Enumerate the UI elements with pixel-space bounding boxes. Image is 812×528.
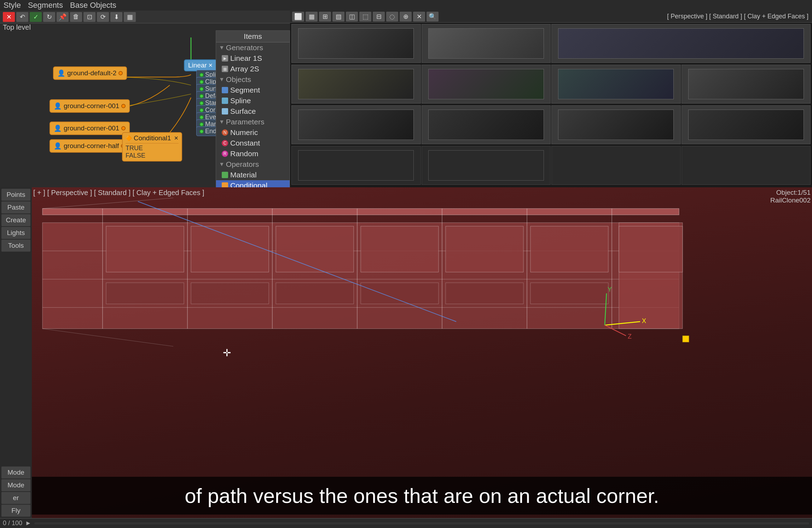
svg-rect-23	[446, 283, 523, 304]
svg-rect-14	[191, 226, 269, 272]
spline-icon	[222, 98, 228, 104]
tb-icon-9[interactable]: ⊕	[400, 12, 412, 22]
subtitle-overlay: of path versus the ones that are on an a…	[32, 477, 812, 515]
tb-icon-2[interactable]: ▦	[306, 12, 318, 22]
thumb-6[interactable]	[551, 65, 681, 104]
tb-icon-3[interactable]: ⊞	[319, 12, 331, 22]
item-spline[interactable]: Spline	[216, 95, 290, 106]
toolbar-pin[interactable]: 📌	[57, 12, 69, 22]
thumb-2[interactable]	[422, 24, 551, 63]
menu-segments[interactable]: Segments	[28, 1, 63, 10]
item-constant[interactable]: C Constant	[216, 138, 290, 148]
generators-arrow: ▼	[219, 45, 225, 51]
item-array-2s[interactable]: ▦ Array 2S	[216, 64, 290, 74]
btn-mode2[interactable]: Mode	[1, 479, 30, 491]
thumb-15[interactable]	[682, 146, 811, 185]
thumbnail-grid	[290, 23, 812, 187]
btn-fly[interactable]: Fly	[1, 505, 30, 517]
thumb-12[interactable]	[291, 146, 421, 185]
item-conditional[interactable]: Conditional	[216, 180, 290, 187]
scene-geometry: X Y Z	[32, 187, 812, 518]
btn-er[interactable]: er	[1, 492, 30, 504]
thumb-14[interactable]	[551, 146, 681, 185]
item-surface[interactable]: Surface	[216, 106, 290, 117]
btn-points[interactable]: Points	[1, 189, 30, 201]
node-conditional[interactable]: 🔶 Conditional1 ✕ TRUE FALSE	[122, 132, 182, 162]
svg-rect-20	[191, 283, 269, 304]
btn-create[interactable]: Create	[1, 214, 30, 226]
node-close-btn[interactable]: ✕	[174, 135, 179, 141]
status-bar: 0 / 100 ►	[0, 518, 812, 528]
item-material[interactable]: Material	[216, 170, 290, 180]
thumb-7[interactable]	[682, 65, 811, 104]
thumb-4[interactable]	[291, 65, 421, 104]
svg-rect-18	[530, 226, 608, 272]
tb-icon-7[interactable]: ⊟	[373, 12, 385, 22]
thumb-13[interactable]	[422, 146, 551, 185]
toolbar-copy[interactable]: ⊡	[83, 12, 95, 22]
node-linear[interactable]: Linear ✕	[184, 59, 217, 71]
thumb-10[interactable]	[551, 105, 681, 144]
btn-tools[interactable]: Tools	[1, 240, 30, 252]
segment-icon	[222, 87, 228, 93]
btn-paste[interactable]: Paste	[1, 201, 30, 213]
tb-icon-nav[interactable]: 🔍	[427, 12, 439, 22]
left-sidebar: Points Paste Create Lights Tools Mode Mo…	[0, 187, 32, 518]
constant-icon: C	[222, 140, 228, 146]
svg-text:Y: Y	[608, 286, 612, 293]
subtitle-text: of path versus the ones that are on an a…	[46, 482, 798, 509]
toolbar-check[interactable]: ✓	[30, 12, 42, 22]
btn-lights[interactable]: Lights	[1, 227, 30, 239]
item-random[interactable]: R Random	[216, 148, 290, 159]
item-linear-1s[interactable]: ▶ Linear 1S	[216, 53, 290, 64]
thumb-1[interactable]	[291, 24, 421, 63]
status-play-btn[interactable]: ►	[25, 520, 31, 527]
array-2s-icon: ▦	[222, 66, 228, 72]
parameters-section: ▼ Parameters	[216, 117, 290, 127]
viewport-bottom[interactable]: Points Paste Create Lights Tools Mode Mo…	[0, 187, 812, 518]
thumb-5[interactable]	[422, 65, 551, 104]
timeline[interactable]	[34, 522, 809, 524]
linear-1s-icon: ▶	[222, 55, 228, 61]
svg-line-32	[605, 325, 626, 336]
toolbar-grid[interactable]: ▦	[124, 12, 136, 22]
toolbar-save[interactable]: ✕	[3, 12, 15, 22]
thumb-8[interactable]	[291, 105, 421, 144]
toolbar-trash[interactable]: 🗑	[70, 12, 82, 22]
node-ground-corner-half[interactable]: 👤 ground-corner-half	[50, 139, 129, 153]
node-ground-default-2[interactable]: 👤 ground-default-2	[53, 66, 127, 80]
svg-line-27	[42, 198, 173, 209]
tb-icon-4[interactable]: ▧	[332, 12, 344, 22]
tb-icon-8[interactable]: ◌	[386, 12, 398, 22]
items-panel: Items ▼ Generators ▶ Linear 1S ▦ Array 2…	[216, 30, 290, 187]
node-output-dot	[121, 104, 126, 108]
objects-arrow: ▼	[219, 76, 225, 83]
menu-style[interactable]: Style	[4, 1, 21, 10]
top-menu-bar: Style Segments Base Objects	[0, 0, 812, 11]
node-output-dot	[118, 71, 123, 75]
item-numeric[interactable]: N Numeric	[216, 127, 290, 138]
menu-base-objects[interactable]: Base Objects	[70, 1, 116, 10]
toolbar-refresh[interactable]: ↻	[43, 12, 55, 22]
btn-mode1[interactable]: Mode	[1, 467, 30, 479]
tb-icon-6[interactable]: ⬚	[359, 12, 371, 22]
svg-rect-1	[42, 209, 679, 215]
node-canvas[interactable]: 👤 ground-default-2 👤 ground-corner-001 👤…	[0, 23, 290, 187]
tb-icon-10[interactable]: ✕	[413, 12, 425, 22]
tb-icon-1[interactable]: ⬜	[292, 12, 304, 22]
item-segment[interactable]: Segment	[216, 85, 290, 95]
node-linear-close[interactable]: ✕	[208, 62, 213, 69]
svg-rect-36	[683, 336, 689, 342]
tb-icon-5[interactable]: ◫	[346, 12, 358, 22]
toolbar-import[interactable]: ⬇	[110, 12, 122, 22]
node-ground-corner-001-top[interactable]: 👤 ground-corner-001	[50, 99, 130, 113]
node-ground-corner-001-bottom[interactable]: 👤 ground-corner-001	[50, 122, 130, 135]
thumb-11[interactable]	[682, 105, 811, 144]
numeric-icon: N	[222, 129, 228, 136]
node-editor-toolbar: ✕ ↶ ✓ ↻ 📌 🗑 ⊡ ⟳ ⬇ ▦	[0, 11, 290, 23]
thumb-9[interactable]	[422, 105, 551, 144]
toolbar-refresh2[interactable]: ⟳	[97, 12, 109, 22]
toolbar-undo[interactable]: ↶	[16, 12, 28, 22]
thumb-3[interactable]	[551, 24, 811, 63]
scene-3d[interactable]: [ + ] [ Perspective ] [ Standard ] [ Cla…	[32, 187, 812, 518]
